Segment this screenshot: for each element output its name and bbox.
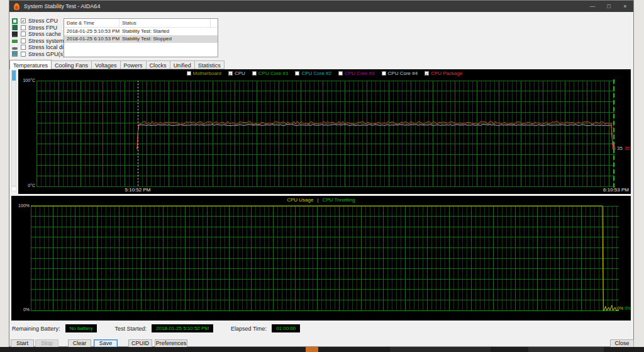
legend-label: CPU Core #3 (345, 71, 375, 76)
current-value-label: 35 (617, 145, 623, 151)
stress-option-label: Stress FPU (28, 25, 57, 31)
checkbox-stress-system-memory[interactable] (21, 38, 26, 43)
legend-label: CPU Package (431, 71, 462, 76)
cell-datetime: 2018-01-25 5:10:53 PM (64, 28, 119, 35)
temperature-chart-panel: Motherboard✓CPUCPU Core #1CPU Core #2CPU… (18, 69, 631, 194)
current-value-label: 35 (625, 145, 630, 151)
tab-voltages[interactable]: Voltages (92, 60, 121, 69)
table-row[interactable]: 2018-01-25 6:10:53 PMStability Test: Sto… (64, 35, 218, 43)
battery-label: Remaining Battery: (12, 326, 60, 332)
legend-label: CPU Core #1 (258, 71, 289, 76)
tab-cooling-fans[interactable]: Cooling Fans (52, 60, 92, 69)
temperature-chart-legend: Motherboard✓CPUCPU Core #1CPU Core #2CPU… (18, 71, 631, 76)
taskbar-item (528, 347, 604, 352)
elapsed-time-label: Elapsed Time: (231, 326, 267, 332)
checkbox-stress-cpu[interactable]: ✓ (21, 18, 26, 23)
legend-item-cpu-core-3[interactable]: CPU Core #3 (338, 71, 375, 76)
tab-statistics[interactable]: Statistics (195, 60, 225, 69)
legend-checkbox-cpu-package[interactable]: ✓ (425, 71, 429, 76)
checkbox-stress-fpu[interactable] (21, 25, 26, 30)
stress-option-label: Stress CPU (28, 18, 58, 24)
tab-clocks[interactable]: Clocks (147, 60, 170, 69)
temp-xtick-start: 5:10:52 PM (116, 187, 160, 193)
usage-title-part: CPU Throttling (323, 197, 355, 203)
temp-axis-min-label: 0°C (19, 183, 35, 188)
test-started-value: 2018-01-25 5:10:52 PM (152, 324, 213, 332)
gpu-icon (12, 51, 18, 57)
tab-temperatures[interactable]: Temperatures (9, 60, 52, 69)
cell-status: Stability Test: Started (119, 28, 218, 35)
legend-checkbox-cpu-core-2[interactable] (295, 71, 299, 76)
legend-label: CPU Core #2 (301, 71, 331, 76)
legend-checkbox-cpu[interactable]: ✓ (228, 71, 233, 76)
legend-checkbox-motherboard[interactable] (187, 71, 191, 76)
system-stability-test-window: System Stability Test - AIDA64 — □ × ✓St… (9, 0, 634, 347)
checkbox-stress-gpu-s[interactable] (21, 52, 26, 57)
checkbox-stress-cache[interactable] (21, 31, 26, 37)
temp-xtick-end: 6:10:53 PM (603, 187, 629, 193)
chart-vertical-scrollbar[interactable] (11, 70, 16, 186)
legend-checkbox-cpu-core-1[interactable] (252, 71, 257, 76)
stress-option-label: Stress GPU(s) (28, 51, 65, 57)
taskbar-item (390, 347, 491, 352)
usage-axis-max-label: 100% (13, 203, 30, 208)
event-log-table: Date & Time Status 2018-01-25 5:10:53 PM… (64, 18, 218, 57)
cpu-usage-chart-title: CPU Usage|CPU Throttling (11, 197, 631, 203)
cell-datetime: 2018-01-25 6:10:53 PM (64, 35, 119, 43)
window-controls: — □ × (584, 1, 633, 12)
usage-title-part: | (317, 197, 318, 203)
maximize-icon[interactable]: □ (601, 1, 617, 12)
legend-item-motherboard[interactable]: Motherboard (187, 71, 221, 76)
cpu-usage-chart-svg (11, 196, 631, 321)
status-bar: Remaining Battery: No battery Test Start… (12, 324, 300, 332)
legend-item-cpu-core-4[interactable]: CPU Core #4 (382, 71, 418, 76)
aida64-flame-icon (14, 3, 19, 10)
temperature-chart-svg (18, 69, 631, 194)
screen: System Stability Test - AIDA64 — □ × ✓St… (0, 0, 644, 352)
event-log-header: Date & Time Status (64, 19, 218, 28)
column-header-status[interactable]: Status (119, 19, 211, 27)
current-value-label: 0% (617, 306, 623, 310)
usage-current-value-labels: 0%0% (617, 306, 632, 310)
legend-label: CPU (235, 71, 245, 76)
legend-item-cpu-core-1[interactable]: CPU Core #1 (252, 71, 289, 76)
legend-item-cpu-package[interactable]: ✓CPU Package (425, 71, 462, 76)
column-header-spare (211, 19, 218, 27)
memory-icon (12, 40, 18, 43)
cpu-icon (12, 18, 18, 24)
event-log-rows: 2018-01-25 5:10:53 PMStability Test: Sta… (64, 28, 218, 43)
tab-powers[interactable]: Powers (121, 60, 147, 69)
stress-option-label: Stress cache (28, 31, 61, 37)
temp-axis-max-label: 100°C (19, 78, 35, 82)
table-row[interactable]: 2018-01-25 5:10:53 PMStability Test: Sta… (64, 28, 218, 35)
battery-value: No battery (65, 324, 97, 332)
fpu-icon (12, 25, 18, 30)
disk-icon (12, 47, 18, 50)
titlebar[interactable]: System Stability Test - AIDA64 — □ × (9, 1, 633, 12)
legend-item-cpu-core-2[interactable]: CPU Core #2 (295, 71, 331, 76)
cell-status: Stability Test: Stopped (119, 35, 218, 43)
current-value-label: 0% (625, 306, 631, 310)
scrollbar-footer (11, 186, 16, 191)
legend-checkbox-cpu-core-3[interactable] (338, 71, 343, 76)
legend-item-cpu[interactable]: ✓CPU (228, 71, 245, 76)
taskbar[interactable] (0, 347, 644, 352)
window-title: System Stability Test - AIDA64 (24, 3, 100, 9)
test-started-label: Test Started: (114, 326, 147, 332)
close-icon[interactable]: × (617, 1, 633, 12)
minimize-icon[interactable]: — (584, 1, 601, 12)
temp-current-value-labels: 3535 (617, 145, 632, 151)
taskbar-active-app-indicator[interactable] (306, 347, 318, 352)
elapsed-time-value: 01:00:00 (272, 324, 300, 332)
usage-title-part: CPU Usage (287, 197, 313, 203)
legend-checkbox-cpu-core-4[interactable] (382, 71, 386, 76)
column-header-datetime[interactable]: Date & Time (64, 19, 119, 27)
legend-label: Motherboard (193, 71, 221, 76)
tab-strip: TemperaturesCooling FansVoltagesPowersCl… (9, 60, 225, 69)
cache-icon (12, 31, 18, 37)
cpu-usage-chart-panel: CPU Usage|CPU Throttling 100% 0% 0%0% (11, 196, 631, 321)
tab-unified[interactable]: Unified (170, 60, 195, 69)
usage-axis-min-label: 0% (13, 307, 30, 312)
checkbox-stress-local-disks[interactable] (21, 45, 26, 50)
scrollbar-thumb[interactable] (12, 71, 16, 81)
